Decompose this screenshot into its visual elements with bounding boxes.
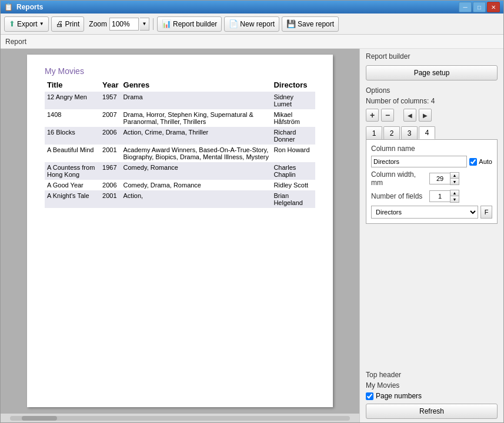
col-tab-2[interactable]: 2: [383, 126, 400, 139]
save-report-button[interactable]: 💾 Save report: [282, 16, 339, 32]
print-label: Print: [65, 20, 80, 28]
cell-year: 1967: [100, 162, 121, 180]
minimize-button[interactable]: ─: [459, 2, 472, 12]
export-dropdown-icon: ▼: [39, 21, 44, 26]
title-bar-left: 📋 Reports: [4, 3, 43, 11]
scrollbar-track: [10, 416, 350, 421]
auto-checkbox[interactable]: [469, 158, 477, 166]
cell-year: 2006: [100, 180, 121, 190]
num-fields-spin-buttons: ▲ ▼: [450, 190, 459, 203]
num-fields-up[interactable]: ▲: [450, 190, 459, 196]
export-label: Export: [17, 20, 38, 28]
report-table: Title Year Genres Directors 12 Angry Men…: [45, 79, 315, 208]
report-panel: My Movies Title Year Genres Directors: [1, 49, 359, 422]
zoom-box: ▼: [109, 18, 149, 31]
close-icon: ✕: [491, 4, 496, 11]
top-header-label: Top header: [366, 371, 498, 379]
table-row: A Knight's Tale 2001 Action, Brian Helge…: [45, 190, 315, 208]
column-width-down[interactable]: ▼: [450, 179, 459, 184]
num-fields-down[interactable]: ▼: [450, 196, 459, 202]
table-row: 12 Angry Men 1957 Drama Sidney Lumet: [45, 92, 315, 109]
num-fields-input[interactable]: [429, 190, 450, 202]
export-button[interactable]: ⬆ Export ▼: [4, 16, 49, 32]
page-setup-button[interactable]: Page setup: [366, 65, 498, 80]
table-row: A Beautiful Mind 2001 Academy Award Winn…: [45, 145, 315, 162]
cell-year: 1957: [100, 92, 121, 109]
column-controls: + − ◀ ▶: [360, 106, 503, 124]
num-columns-value: 4: [431, 97, 435, 105]
num-fields-spinbox: ▲ ▼: [429, 190, 459, 203]
minus-icon: −: [385, 110, 390, 120]
cell-year: 2007: [100, 109, 121, 127]
cell-genres: Action,: [121, 190, 272, 208]
cell-year: 2006: [100, 127, 121, 145]
new-report-button[interactable]: 📄 New report: [224, 16, 279, 32]
builder-panel-title: Report builder: [360, 49, 503, 63]
prev-column-button[interactable]: ◀: [403, 109, 416, 122]
page-numbers-checkbox[interactable]: [366, 392, 373, 400]
maximize-icon: □: [478, 4, 481, 11]
format-button[interactable]: F: [480, 206, 492, 219]
title-bar: 📋 Reports ─ □ ✕: [1, 1, 503, 14]
left-arrow-icon: ◀: [408, 112, 412, 119]
column-width-input[interactable]: [429, 173, 450, 184]
cell-director: Charles Chaplin: [271, 162, 315, 180]
column-width-label: Column width, mm: [371, 170, 427, 187]
report-page: My Movies Title Year Genres Directors: [27, 55, 333, 407]
next-column-button[interactable]: ▶: [419, 109, 432, 122]
column-name-input-row: Auto: [371, 156, 492, 167]
save-report-icon: 💾: [286, 19, 296, 28]
cell-genres: Drama: [121, 92, 272, 109]
export-icon: ⬆: [9, 19, 15, 28]
main-window: 📋 Reports ─ □ ✕ ⬆ Export ▼ 🖨 Print Zoom: [0, 0, 504, 423]
num-columns-label: Number of columns:: [366, 97, 429, 105]
remove-column-button[interactable]: −: [381, 109, 394, 122]
zoom-input[interactable]: [109, 18, 139, 31]
report-builder-icon: 📊: [162, 19, 171, 28]
print-icon: 🖨: [56, 19, 64, 28]
table-row: A Countess from Hong Kong 1967 Comedy, R…: [45, 162, 315, 180]
zoom-dropdown[interactable]: ▼: [140, 18, 149, 31]
cell-title: 12 Angry Men: [45, 92, 100, 109]
auto-checkbox-label: Auto: [469, 158, 492, 166]
cell-genres: Action, Crime, Drama, Thriller: [121, 127, 272, 145]
column-content: Column name Auto Column width, mm ▲: [366, 139, 498, 224]
report-scroll-area[interactable]: My Movies Title Year Genres Directors: [1, 49, 359, 413]
refresh-button[interactable]: Refresh: [366, 404, 498, 419]
builder-spacer: [360, 224, 503, 367]
column-width-row: Column width, mm ▲ ▼: [371, 170, 492, 187]
options-label: Options: [360, 83, 503, 96]
breadcrumb: Report: [1, 35, 503, 49]
field-select-row: Directors F: [371, 206, 492, 219]
col-header-title: Title: [45, 79, 100, 92]
col-tab-4[interactable]: 4: [419, 126, 435, 139]
print-button[interactable]: 🖨 Print: [51, 16, 85, 32]
cell-year: 2001: [100, 190, 121, 208]
page-numbers-label: Page numbers: [376, 392, 422, 400]
close-button[interactable]: ✕: [487, 2, 500, 12]
cell-title: A Good Year: [45, 180, 100, 190]
field-select[interactable]: Directors: [371, 206, 478, 219]
cell-director: Mikael Håfström: [271, 109, 315, 127]
report-builder-button[interactable]: 📊 Report builder: [157, 16, 222, 32]
col-tab-1[interactable]: 1: [366, 126, 382, 139]
cell-director: Ridley Scott: [271, 180, 315, 190]
column-name-input[interactable]: [371, 156, 467, 167]
page-numbers-row: Page numbers: [366, 392, 498, 400]
cell-genres: Academy Award Winners, Based-On-A-True-S…: [121, 145, 272, 162]
builder-bottom: Top header My Movies Page numbers Refres…: [360, 367, 503, 422]
num-fields-row: Number of fields ▲ ▼: [371, 190, 492, 203]
column-width-up[interactable]: ▲: [450, 173, 459, 179]
cell-genres: Comedy, Romance: [121, 162, 272, 180]
cell-title: 1408: [45, 109, 100, 127]
column-name-label: Column name: [371, 145, 427, 153]
cell-year: 2001: [100, 145, 121, 162]
maximize-button[interactable]: □: [473, 2, 486, 12]
column-width-spin-buttons: ▲ ▼: [450, 172, 459, 185]
add-column-button[interactable]: +: [366, 109, 379, 122]
col-tab-3[interactable]: 3: [401, 126, 418, 139]
table-row: A Good Year 2006 Comedy, Drama, Romance …: [45, 180, 315, 190]
cell-title: A Beautiful Mind: [45, 145, 100, 162]
horizontal-scrollbar[interactable]: [1, 413, 359, 422]
column-width-spinbox: ▲ ▼: [429, 172, 459, 185]
